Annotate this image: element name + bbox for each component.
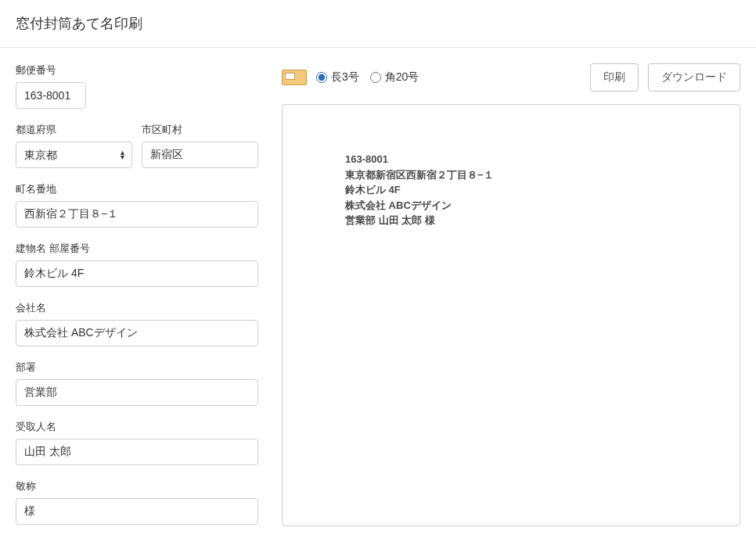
recipient-group: 受取人名: [16, 420, 258, 465]
department-label: 部署: [16, 360, 258, 375]
postal-code-input[interactable]: [16, 82, 86, 109]
building-group: 建物名 部屋番号: [16, 242, 258, 287]
department-group: 部署: [16, 360, 258, 406]
company-group: 会社名: [16, 301, 258, 346]
prefecture-label: 都道府県: [16, 123, 132, 137]
building-label: 建物名 部屋番号: [16, 242, 258, 256]
prefecture-select[interactable]: 東京都: [16, 142, 132, 168]
page-header: 窓付封筒あて名印刷: [0, 0, 756, 48]
honorific-group: 敬称: [16, 479, 258, 525]
preview-toolbar: 長3号 角20号 印刷 ダウンロード: [282, 63, 740, 91]
city-group: 市区町村: [142, 123, 258, 168]
department-input[interactable]: [16, 379, 258, 406]
company-input[interactable]: [16, 320, 258, 346]
page-title: 窓付封筒あて名印刷: [16, 14, 740, 33]
city-label: 市区町村: [142, 123, 258, 137]
building-input[interactable]: [16, 260, 258, 287]
preview-postal: 163-8001: [345, 152, 677, 167]
size-label-kaku20: 角20号: [385, 70, 419, 84]
size-option-kaku20[interactable]: 角20号: [370, 70, 419, 84]
company-label: 会社名: [16, 301, 258, 315]
street-group: 町名番地: [16, 182, 258, 228]
preview-recipient: 営業部 山田 太郎 様: [345, 213, 677, 228]
size-radio-naga3[interactable]: [316, 72, 327, 83]
print-button[interactable]: 印刷: [590, 63, 639, 91]
envelope-size-radio-group: 長3号 角20号: [316, 70, 419, 84]
preview-company: 株式会社 ABCデザイン: [345, 198, 677, 213]
recipient-label: 受取人名: [16, 420, 258, 434]
preview-address2: 鈴木ビル 4F: [345, 182, 677, 198]
size-option-naga3[interactable]: 長3号: [316, 70, 359, 84]
honorific-label: 敬称: [16, 479, 258, 493]
recipient-input[interactable]: [16, 439, 258, 465]
street-input[interactable]: [16, 201, 258, 228]
download-button[interactable]: ダウンロード: [648, 63, 740, 91]
prefecture-group: 都道府県 東京都 ▴▾: [16, 123, 132, 168]
postal-code-label: 郵便番号: [16, 63, 258, 77]
address-block: 163-8001 東京都新宿区西新宿２丁目８−１ 鈴木ビル 4F 株式会社 AB…: [345, 152, 677, 228]
size-label-naga3: 長3号: [331, 70, 359, 84]
postal-code-group: 郵便番号: [16, 63, 258, 109]
honorific-input[interactable]: [16, 498, 258, 525]
street-label: 町名番地: [16, 182, 258, 196]
main-container: 郵便番号 都道府県 東京都 ▴▾ 市区町村 町名番地: [0, 48, 756, 538]
preview-panel: 長3号 角20号 印刷 ダウンロード 163-8001 東京都新宿区西新宿２丁目…: [282, 63, 740, 538]
city-input[interactable]: [142, 142, 258, 168]
preview-address1: 東京都新宿区西新宿２丁目８−１: [345, 167, 677, 183]
envelope-icon: [282, 70, 307, 85]
preview-canvas: 163-8001 東京都新宿区西新宿２丁目８−１ 鈴木ビル 4F 株式会社 AB…: [282, 104, 740, 526]
form-panel: 郵便番号 都道府県 東京都 ▴▾ 市区町村 町名番地: [16, 63, 258, 538]
size-radio-kaku20[interactable]: [370, 72, 381, 83]
